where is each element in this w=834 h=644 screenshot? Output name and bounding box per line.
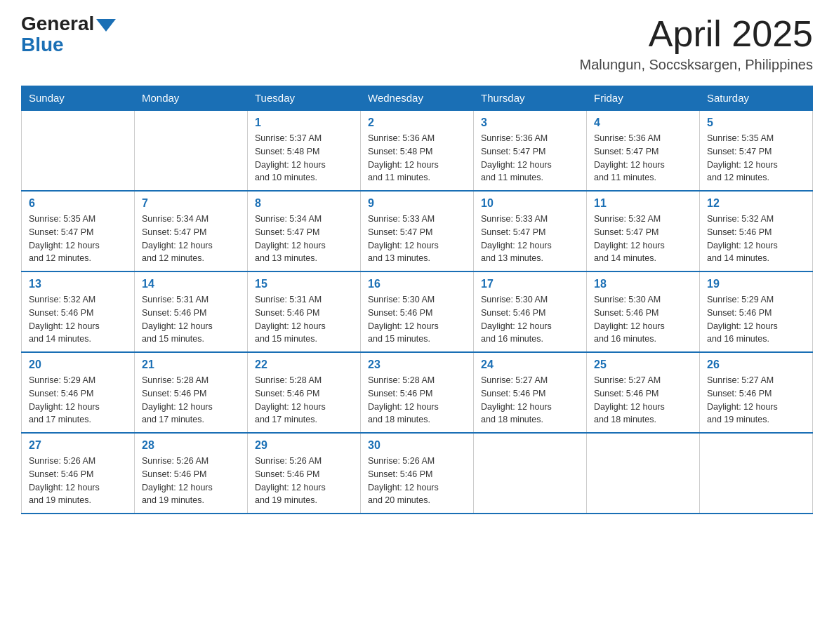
- day-number: 6: [29, 197, 127, 210]
- day-info: Sunrise: 5:33 AMSunset: 5:47 PMDaylight:…: [368, 213, 466, 265]
- page-header: General Blue April 2025 Malungun, Soccsk…: [21, 14, 813, 73]
- day-number: 11: [594, 197, 692, 210]
- title-block: April 2025 Malungun, Soccsksargen, Phili…: [580, 14, 813, 73]
- calendar-day-cell: 11Sunrise: 5:32 AMSunset: 5:47 PMDayligh…: [587, 191, 700, 271]
- calendar-day-cell: 2Sunrise: 5:36 AMSunset: 5:48 PMDaylight…: [361, 110, 474, 191]
- calendar-week-row: 20Sunrise: 5:29 AMSunset: 5:46 PMDayligh…: [22, 352, 813, 433]
- day-number: 28: [142, 439, 240, 452]
- day-number: 8: [255, 197, 353, 210]
- calendar-week-row: 6Sunrise: 5:35 AMSunset: 5:47 PMDaylight…: [22, 191, 813, 271]
- day-info: Sunrise: 5:35 AMSunset: 5:47 PMDaylight:…: [29, 213, 127, 265]
- day-number: 18: [594, 278, 692, 290]
- day-info: Sunrise: 5:31 AMSunset: 5:46 PMDaylight:…: [142, 293, 240, 346]
- calendar-day-cell: [22, 110, 135, 191]
- day-info: Sunrise: 5:31 AMSunset: 5:46 PMDaylight:…: [255, 293, 353, 346]
- day-info: Sunrise: 5:34 AMSunset: 5:47 PMDaylight:…: [255, 213, 353, 265]
- day-number: 1: [255, 116, 353, 129]
- day-info: Sunrise: 5:30 AMSunset: 5:46 PMDaylight:…: [481, 293, 579, 346]
- logo-blue-text: Blue: [21, 34, 64, 56]
- location-title: Malungun, Soccsksargen, Philippines: [580, 57, 813, 73]
- day-number: 30: [368, 439, 466, 452]
- day-number: 14: [142, 278, 240, 290]
- day-info: Sunrise: 5:36 AMSunset: 5:47 PMDaylight:…: [481, 132, 579, 185]
- calendar-day-cell: 19Sunrise: 5:29 AMSunset: 5:46 PMDayligh…: [700, 271, 813, 352]
- calendar-day-cell: [474, 433, 587, 514]
- day-info: Sunrise: 5:35 AMSunset: 5:47 PMDaylight:…: [707, 132, 805, 185]
- day-info: Sunrise: 5:26 AMSunset: 5:46 PMDaylight:…: [29, 455, 127, 507]
- calendar-week-row: 27Sunrise: 5:26 AMSunset: 5:46 PMDayligh…: [22, 433, 813, 514]
- calendar-day-cell: 3Sunrise: 5:36 AMSunset: 5:47 PMDaylight…: [474, 110, 587, 191]
- day-info: Sunrise: 5:33 AMSunset: 5:47 PMDaylight:…: [481, 213, 579, 265]
- day-info: Sunrise: 5:32 AMSunset: 5:47 PMDaylight:…: [594, 213, 692, 265]
- day-number: 7: [142, 197, 240, 210]
- calendar-week-row: 13Sunrise: 5:32 AMSunset: 5:46 PMDayligh…: [22, 271, 813, 352]
- day-number: 10: [481, 197, 579, 210]
- calendar-day-cell: 18Sunrise: 5:30 AMSunset: 5:46 PMDayligh…: [587, 271, 700, 352]
- day-number: 17: [481, 278, 579, 290]
- calendar-weekday-header: Friday: [587, 86, 700, 111]
- calendar-day-cell: 5Sunrise: 5:35 AMSunset: 5:47 PMDaylight…: [700, 110, 813, 191]
- logo: General Blue: [21, 14, 116, 56]
- day-info: Sunrise: 5:26 AMSunset: 5:46 PMDaylight:…: [142, 455, 240, 507]
- calendar-day-cell: 9Sunrise: 5:33 AMSunset: 5:47 PMDaylight…: [361, 191, 474, 271]
- calendar-day-cell: 20Sunrise: 5:29 AMSunset: 5:46 PMDayligh…: [22, 352, 135, 433]
- calendar-weekday-header: Saturday: [700, 86, 813, 111]
- day-number: 21: [142, 358, 240, 371]
- calendar-day-cell: 22Sunrise: 5:28 AMSunset: 5:46 PMDayligh…: [248, 352, 361, 433]
- day-info: Sunrise: 5:28 AMSunset: 5:46 PMDaylight:…: [368, 374, 466, 427]
- calendar-day-cell: 12Sunrise: 5:32 AMSunset: 5:46 PMDayligh…: [700, 191, 813, 271]
- calendar-day-cell: 7Sunrise: 5:34 AMSunset: 5:47 PMDaylight…: [135, 191, 248, 271]
- calendar-weekday-header: Sunday: [22, 86, 135, 111]
- calendar-day-cell: 26Sunrise: 5:27 AMSunset: 5:46 PMDayligh…: [700, 352, 813, 433]
- day-info: Sunrise: 5:27 AMSunset: 5:46 PMDaylight:…: [707, 374, 805, 427]
- calendar-week-row: 1Sunrise: 5:37 AMSunset: 5:48 PMDaylight…: [22, 110, 813, 191]
- day-number: 9: [368, 197, 466, 210]
- day-info: Sunrise: 5:30 AMSunset: 5:46 PMDaylight:…: [594, 293, 692, 346]
- calendar-day-cell: 24Sunrise: 5:27 AMSunset: 5:46 PMDayligh…: [474, 352, 587, 433]
- calendar-weekday-header: Tuesday: [248, 86, 361, 111]
- calendar-weekday-header: Thursday: [474, 86, 587, 111]
- calendar-day-cell: [135, 110, 248, 191]
- day-number: 4: [594, 116, 692, 129]
- calendar-day-cell: 4Sunrise: 5:36 AMSunset: 5:47 PMDaylight…: [587, 110, 700, 191]
- day-number: 15: [255, 278, 353, 290]
- calendar-weekday-header: Wednesday: [361, 86, 474, 111]
- calendar-day-cell: 28Sunrise: 5:26 AMSunset: 5:46 PMDayligh…: [135, 433, 248, 514]
- calendar-day-cell: 1Sunrise: 5:37 AMSunset: 5:48 PMDaylight…: [248, 110, 361, 191]
- calendar-day-cell: 30Sunrise: 5:26 AMSunset: 5:46 PMDayligh…: [361, 433, 474, 514]
- day-info: Sunrise: 5:28 AMSunset: 5:46 PMDaylight:…: [142, 374, 240, 427]
- day-number: 20: [29, 358, 127, 371]
- day-info: Sunrise: 5:36 AMSunset: 5:48 PMDaylight:…: [368, 132, 466, 185]
- calendar-header-row: SundayMondayTuesdayWednesdayThursdayFrid…: [22, 86, 813, 111]
- calendar-table: SundayMondayTuesdayWednesdayThursdayFrid…: [21, 86, 813, 514]
- calendar-day-cell: 13Sunrise: 5:32 AMSunset: 5:46 PMDayligh…: [22, 271, 135, 352]
- day-info: Sunrise: 5:26 AMSunset: 5:46 PMDaylight:…: [255, 455, 353, 507]
- day-info: Sunrise: 5:29 AMSunset: 5:46 PMDaylight:…: [707, 293, 805, 346]
- day-info: Sunrise: 5:36 AMSunset: 5:47 PMDaylight:…: [594, 132, 692, 185]
- day-info: Sunrise: 5:27 AMSunset: 5:46 PMDaylight:…: [481, 374, 579, 427]
- logo-arrow-icon: [96, 19, 116, 32]
- calendar-day-cell: 29Sunrise: 5:26 AMSunset: 5:46 PMDayligh…: [248, 433, 361, 514]
- day-number: 22: [255, 358, 353, 371]
- day-info: Sunrise: 5:26 AMSunset: 5:46 PMDaylight:…: [368, 455, 466, 507]
- calendar-day-cell: 6Sunrise: 5:35 AMSunset: 5:47 PMDaylight…: [22, 191, 135, 271]
- day-number: 23: [368, 358, 466, 371]
- day-number: 2: [368, 116, 466, 129]
- month-title: April 2025: [580, 14, 813, 54]
- calendar-day-cell: 23Sunrise: 5:28 AMSunset: 5:46 PMDayligh…: [361, 352, 474, 433]
- day-number: 12: [707, 197, 805, 210]
- day-info: Sunrise: 5:30 AMSunset: 5:46 PMDaylight:…: [368, 293, 466, 346]
- day-number: 5: [707, 116, 805, 129]
- day-number: 26: [707, 358, 805, 371]
- day-number: 25: [594, 358, 692, 371]
- day-info: Sunrise: 5:32 AMSunset: 5:46 PMDaylight:…: [707, 213, 805, 265]
- day-number: 16: [368, 278, 466, 290]
- day-info: Sunrise: 5:28 AMSunset: 5:46 PMDaylight:…: [255, 374, 353, 427]
- calendar-day-cell: 15Sunrise: 5:31 AMSunset: 5:46 PMDayligh…: [248, 271, 361, 352]
- logo-general-text: General: [21, 14, 94, 34]
- calendar-weekday-header: Monday: [135, 86, 248, 111]
- calendar-day-cell: [587, 433, 700, 514]
- day-number: 27: [29, 439, 127, 452]
- day-info: Sunrise: 5:29 AMSunset: 5:46 PMDaylight:…: [29, 374, 127, 427]
- calendar-day-cell: 16Sunrise: 5:30 AMSunset: 5:46 PMDayligh…: [361, 271, 474, 352]
